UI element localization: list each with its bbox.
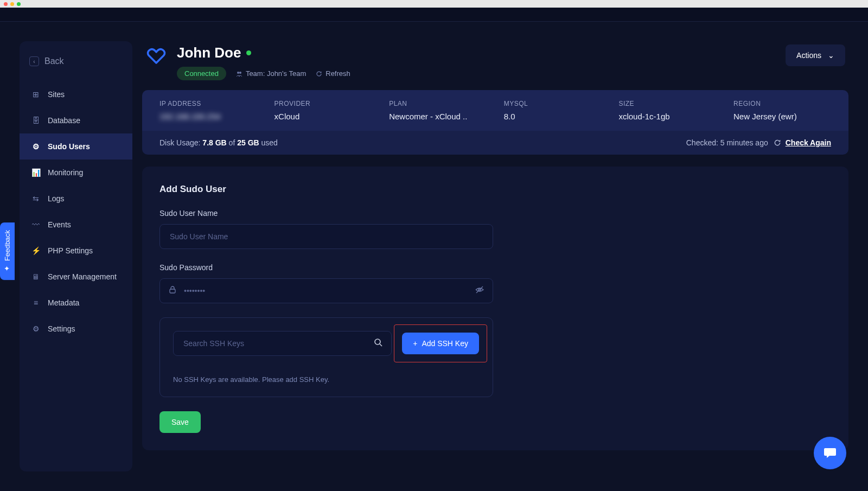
svg-point-1	[239, 72, 241, 74]
lock-icon	[168, 285, 177, 296]
svg-rect-2	[170, 289, 175, 293]
search-icon	[373, 337, 383, 349]
online-status-dot-icon	[246, 50, 251, 55]
add-sudo-user-panel: Add Sudo User Sudo User Name Sudo Passwo…	[142, 167, 848, 450]
team-label: Team: John's Team	[236, 69, 306, 78]
team-icon	[236, 71, 242, 77]
connection-badge: Connected	[177, 67, 226, 80]
checked-label: Checked: 5 minutes ago	[686, 138, 768, 147]
stat-provider: PROVIDER xCloud	[275, 100, 384, 121]
sidebar-item-database[interactable]: 🗄 Database	[20, 107, 132, 133]
maximize-window-dot[interactable]	[17, 2, 21, 6]
refresh-icon	[774, 139, 781, 146]
eye-off-icon[interactable]	[475, 285, 484, 297]
check-again-link[interactable]: Check Again	[786, 138, 831, 147]
save-button[interactable]: Save	[159, 411, 201, 433]
sidebar-item-metadata[interactable]: ≡ Metadata	[20, 290, 132, 316]
sudo-username-input[interactable]	[159, 224, 493, 249]
page-header: John Doe Connected Team: John's Team Ref…	[142, 41, 848, 90]
page-title: John Doe	[177, 44, 241, 61]
highlight-annotation: + Add SSH Key	[394, 324, 487, 362]
sidebar-item-label: Sites	[48, 90, 65, 99]
sidebar-item-label: Monitoring	[48, 168, 83, 177]
list-icon: ≡	[31, 298, 40, 307]
users-icon: ⚙	[31, 142, 40, 151]
refresh-icon	[316, 71, 322, 77]
sidebar-item-logs[interactable]: ⇆ Logs	[20, 186, 132, 212]
stat-region: REGION New Jersey (ewr)	[733, 100, 831, 121]
svg-point-0	[237, 72, 239, 74]
sudo-password-label: Sudo Password	[159, 263, 831, 272]
server-stats-bar: IP ADDRESS 192.168.100.254 PROVIDER xClo…	[142, 90, 848, 131]
sudo-username-label: Sudo User Name	[159, 209, 831, 218]
sidebar-item-label: Settings	[48, 324, 75, 333]
sidebar-item-label: PHP Settings	[48, 246, 93, 255]
sidebar-item-events[interactable]: 〰 Events	[20, 212, 132, 238]
sidebar-item-sites[interactable]: ⊞ Sites	[20, 81, 132, 107]
disk-usage-bar: Disk Usage: 7.8 GB of 25 GB used Checked…	[142, 131, 848, 155]
panel-heading: Add Sudo User	[159, 184, 831, 195]
arrows-icon: ⇆	[31, 194, 40, 203]
svg-line-6	[380, 344, 382, 346]
php-icon: ⚡	[31, 246, 40, 255]
sparkle-icon: ✦	[3, 264, 11, 272]
sidebar-item-label: Metadata	[48, 298, 79, 307]
sidebar-item-php-settings[interactable]: ⚡ PHP Settings	[20, 238, 132, 264]
stat-plan: PLAN Newcomer - xCloud ..	[389, 100, 499, 121]
monitor-icon: 📊	[31, 168, 40, 177]
svg-line-4	[476, 286, 483, 293]
back-button[interactable]: ‹ Back	[20, 52, 132, 71]
svg-point-5	[375, 339, 380, 345]
sidebar-item-server-management[interactable]: 🖥 Server Management	[20, 264, 132, 290]
stat-size: SIZE xcloud-1c-1gb	[618, 100, 728, 121]
sidebar-item-label: Logs	[48, 194, 64, 203]
chevron-down-icon: ⌄	[828, 51, 834, 60]
sidebar-item-sudo-users[interactable]: ⚙ Sudo Users	[20, 133, 132, 160]
chat-widget-button[interactable]	[814, 437, 846, 469]
sidebar-item-label: Database	[48, 116, 80, 125]
stat-ip: IP ADDRESS 192.168.100.254	[159, 100, 269, 121]
main-content: John Doe Connected Team: John's Team Ref…	[142, 41, 848, 471]
grid-icon: ⊞	[31, 90, 40, 99]
back-label: Back	[44, 56, 64, 66]
ssh-empty-message: No SSH Keys are available. Please add SS…	[173, 375, 480, 384]
refresh-link[interactable]: Refresh	[316, 69, 350, 78]
chat-icon	[823, 446, 837, 460]
stat-mysql: MYSQL 8.0	[504, 100, 614, 121]
chevron-left-icon: ‹	[29, 56, 39, 66]
plus-icon: +	[413, 339, 417, 348]
sidebar-item-settings[interactable]: ⚙ Settings	[20, 316, 132, 342]
add-ssh-key-button[interactable]: + Add SSH Key	[402, 333, 479, 354]
ssh-keys-box: + Add SSH Key No SSH Keys are available.…	[159, 317, 493, 397]
database-icon: 🗄	[31, 116, 40, 125]
feedback-tab[interactable]: ✦ Feedback	[0, 222, 15, 280]
sudo-password-input[interactable]	[159, 278, 493, 303]
ssh-search-input[interactable]	[173, 331, 392, 356]
server-icon: 🖥	[31, 272, 40, 281]
top-strip	[0, 8, 868, 22]
sidebar-item-monitoring[interactable]: 📊 Monitoring	[20, 160, 132, 186]
close-window-dot[interactable]	[4, 2, 8, 6]
app-logo-icon	[145, 44, 167, 66]
sidebar: ‹ Back ⊞ Sites 🗄 Database ⚙ Sudo Users 📊…	[20, 41, 132, 471]
actions-label: Actions	[796, 51, 821, 60]
gear-icon: ⚙	[31, 324, 40, 333]
window-titlebar	[0, 0, 868, 8]
sidebar-item-label: Sudo Users	[48, 142, 90, 151]
actions-dropdown[interactable]: Actions ⌄	[786, 44, 845, 66]
sidebar-item-label: Server Management	[48, 272, 117, 281]
sidebar-item-label: Events	[48, 220, 71, 229]
minimize-window-dot[interactable]	[10, 2, 14, 6]
activity-icon: 〰	[31, 220, 40, 229]
